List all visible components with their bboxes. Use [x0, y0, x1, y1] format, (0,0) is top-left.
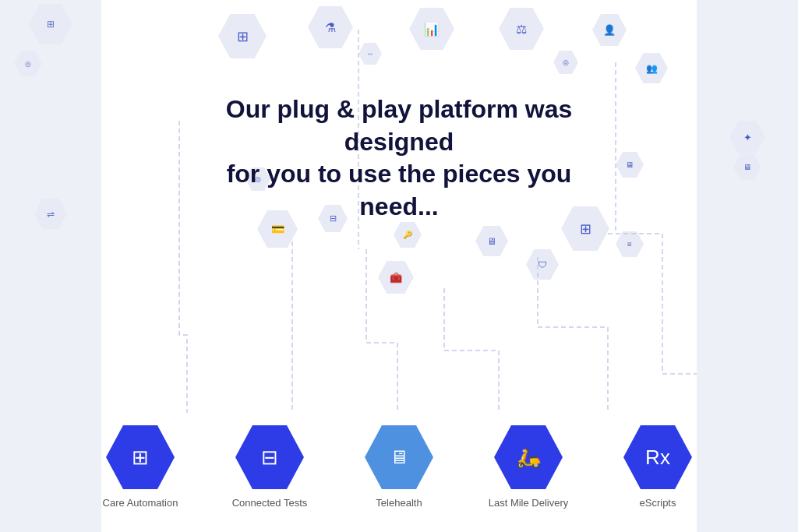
- scatter-icon-3: ↔: [367, 50, 374, 58]
- scatter-icon-2: ⚗: [325, 20, 336, 35]
- scatter-hex-17: 🛡: [526, 249, 559, 280]
- scatter-icon-14: ≡: [627, 240, 632, 248]
- scatter-hex-8: 👥: [635, 53, 668, 83]
- scatter-icon-10: 🖥: [626, 160, 634, 169]
- sidebar-left-hex-2: ◎: [14, 51, 42, 76]
- scatter-icon-18: 🧰: [390, 272, 402, 284]
- scatter-hex-1: ⊞: [218, 14, 267, 58]
- icon-last-mile: 🛵: [516, 446, 541, 470]
- scatter-hex-15: 🔑: [394, 222, 422, 248]
- icon-care-automation: ⊞: [132, 446, 149, 470]
- label-connected-tests: Connected Tests: [227, 497, 312, 509]
- icon-telehealth: 🖥: [390, 446, 408, 468]
- icon-escripts: Rx: [645, 446, 670, 470]
- heading-text: Our plug & play platform was designed fo…: [196, 93, 602, 223]
- scatter-icon-7: ◎: [563, 58, 569, 66]
- scatter-icon-4: 📊: [424, 22, 440, 37]
- scatter-hex-5: ⚖: [499, 8, 544, 50]
- hex-telehealth[interactable]: 🖥: [365, 425, 433, 489]
- bottom-item-last-mile: 🛵 Last Mile Delivery: [486, 425, 571, 509]
- hex-escripts[interactable]: Rx: [623, 425, 692, 489]
- label-last-mile: Last Mile Delivery: [486, 497, 571, 509]
- bottom-row: ⊞ Care Automation ⊟ Connected Tests 🖥 Te…: [101, 425, 697, 516]
- scatter-hex-18: 🧰: [378, 261, 414, 294]
- sidebar-right-icon-2: 🖥: [743, 163, 751, 171]
- sidebar-left: ⊞ ◎ ⇌: [0, 0, 101, 532]
- sidebar-icon-1: ⊞: [47, 19, 55, 30]
- sidebar-right: ✦ 🖥: [697, 0, 798, 532]
- scatter-icon-8: 👥: [646, 63, 658, 74]
- bottom-item-escripts: Rx eScripts: [615, 425, 697, 509]
- scatter-hex-16: 🖥: [475, 226, 508, 256]
- icon-connected-tests: ⊟: [261, 446, 278, 470]
- scatter-hex-14: ≡: [616, 231, 644, 257]
- sidebar-right-hex-2: 🖥: [733, 154, 761, 180]
- sidebar-icon-3: ⇌: [47, 209, 55, 220]
- hex-last-mile[interactable]: 🛵: [494, 425, 563, 489]
- scatter-icon-1: ⊞: [237, 28, 249, 45]
- hex-connected-tests[interactable]: ⊟: [235, 425, 304, 489]
- scatter-icon-16: 🖥: [487, 236, 496, 247]
- scatter-icon-17: 🛡: [538, 259, 547, 270]
- hex-care-automation[interactable]: ⊞: [106, 425, 175, 489]
- scatter-hex-10: 🖥: [616, 152, 644, 178]
- bottom-item-connected-tests: ⊟ Connected Tests: [227, 425, 312, 509]
- sidebar-left-hex-1: ⊞: [29, 4, 72, 44]
- sidebar-right-icon-1: ✦: [743, 132, 752, 143]
- scatter-icon-5: ⚖: [516, 22, 527, 37]
- label-telehealth: Telehealth: [356, 497, 442, 509]
- scatter-icon-11: 💳: [271, 223, 284, 235]
- label-care-automation: Care Automation: [101, 497, 183, 509]
- scatter-hex-6: 👤: [592, 14, 627, 46]
- bottom-item-telehealth: 🖥 Telehealth: [356, 425, 442, 509]
- scatter-hex-2: ⚗: [308, 6, 353, 48]
- scatter-hex-7: ◎: [553, 51, 578, 74]
- label-escripts: eScripts: [615, 497, 697, 509]
- scatter-hex-3: ↔: [358, 43, 382, 65]
- sidebar-icon-2: ◎: [25, 60, 31, 68]
- page-wrapper: ⊞ ◎ ⇌ Our: [0, 0, 798, 532]
- scatter-hex-4: 📊: [409, 8, 454, 50]
- sidebar-left-hex-3: ⇌: [34, 199, 67, 229]
- sidebar-right-hex-1: ✦: [729, 121, 765, 153]
- main-content: Our plug & play platform was designed fo…: [101, 0, 697, 532]
- scatter-icon-6: 👤: [603, 24, 616, 36]
- main-heading: Our plug & play platform was designed fo…: [196, 93, 602, 223]
- scatter-icon-15: 🔑: [403, 231, 412, 239]
- bottom-item-care-automation: ⊞ Care Automation: [101, 425, 183, 509]
